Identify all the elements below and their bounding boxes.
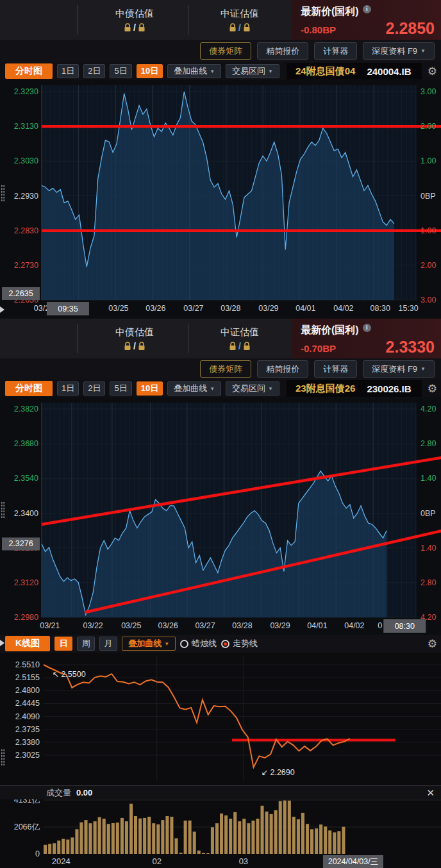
trade-interval-dropdown[interactable]: 交易区间▼ — [226, 64, 279, 78]
info-icon[interactable]: i — [363, 324, 371, 332]
overlay-curve-dropdown[interactable]: 叠加曲线▼ — [167, 64, 221, 78]
svg-text:03/27: 03/27 — [195, 621, 215, 630]
svg-text:03/22: 03/22 — [83, 621, 103, 630]
panel-drag-handle[interactable] — [1, 501, 5, 518]
svg-text:08:30: 08:30 — [370, 304, 390, 313]
range-5d-button[interactable]: 5日 — [110, 381, 131, 396]
panel-drag-handle[interactable] — [1, 185, 5, 201]
kline-chart[interactable]: 2.55102.51552.48002.44452.40902.37352.33… — [0, 653, 441, 785]
range-10d-button[interactable]: 10日 — [137, 381, 163, 396]
svg-text:2.2980: 2.2980 — [14, 613, 38, 622]
svg-text:2.3680: 2.3680 — [14, 439, 38, 448]
chevron-down-icon: ▼ — [164, 641, 169, 647]
range-1d-button[interactable]: 1日 — [57, 381, 79, 396]
svg-text:0: 0 — [378, 621, 382, 630]
gear-icon[interactable]: ⚙ — [428, 637, 437, 651]
last-price-section: 最新价(国利)i -0.70BP 2.3330 — [292, 319, 441, 358]
intraday-view-button[interactable]: 分时图 — [5, 381, 53, 396]
svg-text:2.5510: 2.5510 — [15, 660, 40, 669]
trade-interval-dropdown[interactable]: 交易区间▼ — [226, 381, 279, 396]
close-icon[interactable]: ✕ — [426, 787, 435, 799]
bond-name-box-1[interactable]: 24附息国债04 240004.IB — [287, 63, 422, 79]
calculator-button[interactable]: 计算器 — [314, 42, 357, 60]
collapse-arrow-icon[interactable] — [0, 640, 4, 646]
period-day-button[interactable]: 日 — [54, 637, 72, 651]
period-month-button[interactable]: 月 — [99, 637, 117, 651]
gear-icon[interactable]: ⚙ — [428, 65, 437, 78]
chart-toolbar-1: 分时图 1日 2日 5日 10日 叠加曲线▼ 交易区间▼ 24附息国债04 24… — [0, 62, 441, 80]
intraday-chart-2[interactable]: 2.38202.36802.35402.34002.32602.31202.29… — [0, 397, 441, 635]
chinabond-valuation-label: 中债估值 — [115, 8, 154, 20]
intraday-view-button[interactable]: 分时图 — [5, 63, 53, 79]
kline-toolbar: K线图 日 周 月 叠加曲线▼ 蜡烛线 走势线 ⚙ — [0, 635, 441, 653]
svg-text:09:35: 09:35 — [58, 305, 78, 313]
svg-text:04/01: 04/01 — [307, 621, 327, 630]
range-1d-button[interactable]: 1日 — [57, 64, 79, 78]
candle-line-radio[interactable]: 蜡烛线 — [180, 638, 217, 649]
gear-icon[interactable]: ⚙ — [428, 382, 437, 396]
volume-chart[interactable]: 4131亿2066亿0202402032024/04/03/三 — [0, 799, 441, 868]
svg-text:2.3540: 2.3540 — [14, 474, 38, 483]
bond-matrix-button[interactable]: 债券矩阵 — [200, 42, 251, 60]
simple-quote-button[interactable]: 精简报价 — [257, 360, 308, 378]
calculator-button[interactable]: 计算器 — [314, 360, 357, 378]
lock-icon — [229, 23, 237, 32]
divider — [77, 5, 78, 35]
depth-data-button[interactable]: 深度资料 F9▼ — [363, 360, 435, 378]
svg-text:03/26: 03/26 — [146, 304, 165, 313]
lock-icon — [243, 342, 251, 351]
locked-value[interactable]: / — [124, 341, 146, 351]
csi-valuation-label: 中证估值 — [220, 8, 259, 20]
svg-text:03/27: 03/27 — [183, 304, 203, 313]
range-2d-button[interactable]: 2日 — [83, 381, 105, 396]
range-2d-button[interactable]: 2日 — [83, 64, 105, 78]
svg-text:2.3276: 2.3276 — [8, 539, 33, 548]
lock-icon — [138, 23, 146, 32]
range-5d-button[interactable]: 5日 — [110, 64, 131, 78]
svg-text:1.40: 1.40 — [420, 474, 436, 483]
svg-text:3.00: 3.00 — [420, 87, 436, 96]
overlay-curve-dropdown[interactable]: 叠加曲线▼ — [167, 381, 221, 396]
svg-text:2.3030: 2.3030 — [14, 156, 38, 165]
lock-separator: / — [133, 341, 136, 351]
svg-text:03/29: 03/29 — [258, 304, 278, 313]
svg-text:04/01: 04/01 — [295, 304, 315, 313]
quote-header-2: 中债估值 / 中证估值 / 最新价(国利)i -0.70BP 2.3330 — [0, 319, 441, 359]
bond-name: 23附息国债26 — [295, 383, 355, 395]
last-price-label: 最新价(国利) — [301, 324, 359, 337]
chevron-down-icon: ▼ — [210, 69, 215, 74]
svg-text:2.3400: 2.3400 — [14, 509, 38, 518]
last-price-section: 最新价(国利)i -0.80BP 2.2850 — [292, 0, 441, 40]
svg-text:2.4090: 2.4090 — [15, 712, 40, 721]
locked-value[interactable]: / — [229, 341, 251, 351]
svg-text:03/25: 03/25 — [108, 304, 128, 313]
info-icon[interactable]: i — [363, 5, 371, 13]
range-10d-button[interactable]: 10日 — [137, 64, 163, 78]
kline-view-button[interactable]: K线图 — [5, 636, 50, 651]
collapse-arrow-icon[interactable] — [0, 306, 4, 313]
svg-text:2.80: 2.80 — [420, 578, 436, 587]
change-bp: -0.80BP — [301, 24, 336, 35]
svg-text:1.00: 1.00 — [420, 156, 436, 165]
svg-text:03/28: 03/28 — [232, 621, 252, 630]
simple-quote-button[interactable]: 精简报价 — [257, 42, 308, 60]
trend-line-radio[interactable]: 走势线 — [221, 638, 258, 649]
svg-text:03/25: 03/25 — [121, 621, 141, 630]
chevron-down-icon: ▼ — [420, 48, 426, 54]
bond-matrix-button[interactable]: 债券矩阵 — [200, 360, 251, 378]
svg-text:↖ 2.5500: ↖ 2.5500 — [52, 670, 85, 679]
period-week-button[interactable]: 周 — [77, 637, 95, 651]
bond-name-box-2[interactable]: 23附息国债26 230026.IB — [287, 380, 422, 397]
overlay-curve-dropdown[interactable]: 叠加曲线▼ — [122, 637, 176, 651]
svg-text:03/28: 03/28 — [220, 304, 240, 313]
svg-text:2066亿: 2066亿 — [14, 822, 40, 831]
change-bp: -0.70BP — [301, 343, 336, 354]
depth-data-button[interactable]: 深度资料 F9▼ — [363, 42, 435, 60]
lock-icon — [138, 342, 146, 351]
locked-value[interactable]: / — [229, 22, 251, 33]
panel-drag-handle[interactable] — [1, 749, 5, 765]
intraday-chart-1[interactable]: 2.32302.31302.30302.29302.28302.27302.26… — [0, 80, 441, 319]
locked-value[interactable]: / — [124, 22, 146, 33]
bond-code: 230026.IB — [367, 383, 411, 394]
csi-valuation-label: 中证估值 — [220, 326, 259, 338]
